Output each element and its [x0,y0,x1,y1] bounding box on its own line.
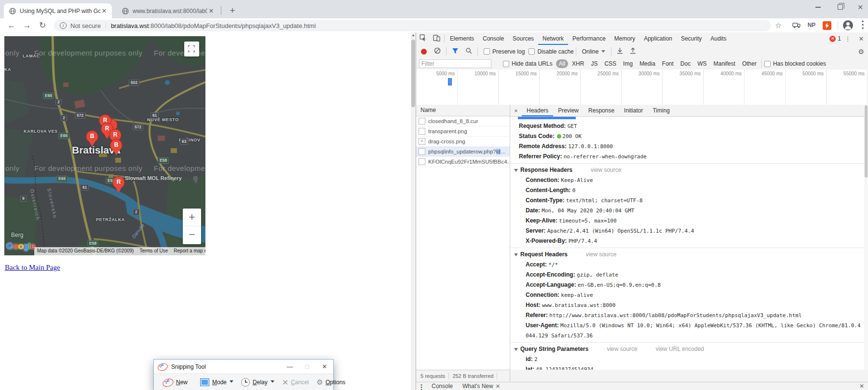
tab-close-icon[interactable]: ✕ [207,7,215,15]
back-button[interactable]: ← [6,20,17,31]
section-header[interactable]: Query String Parametersview sourceview U… [514,344,865,354]
scrollbar-thumb[interactable] [411,40,415,107]
preserve-log-checkbox[interactable] [484,48,490,55]
extension-np-icon[interactable]: NP [806,22,817,31]
request-row[interactable]: ×drag-cross.png [416,137,510,147]
blocked-cookies-checkbox[interactable] [764,61,771,67]
name-column-header[interactable]: Name [416,105,510,116]
filter-pill-ws[interactable]: WS [694,59,709,68]
browser-tab-2[interactable]: www.bratislava.wst:8000/lab08/p ✕ [117,3,219,18]
devtools-tab-audits[interactable]: Audits [706,33,731,45]
view-source-link[interactable]: view source [586,251,616,258]
settings-gear-icon[interactable]: ⚙ [858,48,864,56]
map-fullscreen-button[interactable] [184,42,199,56]
devtools-tab-network[interactable]: Network [538,33,568,45]
details-scrollbar-thumb[interactable] [865,105,868,178]
back-to-main-page-link[interactable]: Back to Main Page [5,264,60,272]
drawer-tab-close-icon[interactable]: ✕ [494,383,500,389]
section-header[interactable]: Request Headersview source [514,250,865,260]
device-toolbar-icon[interactable] [430,34,443,43]
close-icon[interactable]: ✕ [316,363,333,370]
details-tab-preview[interactable]: Preview [553,105,583,116]
drawer-close-icon[interactable]: ✕ [859,382,864,390]
filter-pill-media[interactable]: Media [637,59,658,68]
window-close-button[interactable]: ✕ [851,0,868,14]
details-tab-initiator[interactable]: Initiator [619,105,648,116]
snipping-tool-titlebar[interactable]: ✂ Snipping Tool — □ ✕ [154,360,333,374]
request-row[interactable]: phpsqlinfo_updaterow.php?id… [416,147,510,157]
details-tab-timing[interactable]: Timing [648,105,675,116]
devtools-tab-performance[interactable]: Performance [568,33,610,45]
devtools-menu-icon[interactable]: ⋮ [841,35,854,42]
delay-button[interactable]: Delay [237,376,278,389]
map-zoom-control[interactable]: + − [183,209,201,244]
filter-pill-font[interactable]: Font [659,59,677,68]
search-icon[interactable] [465,47,472,56]
tab-close-icon[interactable]: ✕ [100,7,108,15]
browser-menu-icon[interactable]: ••• [858,20,867,31]
zoom-out-button[interactable]: − [183,226,201,244]
details-tab-headers[interactable]: Headers [522,105,553,116]
disable-cache-checkbox[interactable] [529,48,535,55]
new-snip-button[interactable]: ✂ New [159,376,191,389]
details-close-icon[interactable]: × [510,107,522,114]
forward-button[interactable]: → [21,20,33,31]
record-button[interactable] [421,49,427,55]
clear-icon[interactable] [434,47,441,56]
filter-pill-xhr[interactable]: XHR [569,59,587,68]
browser-tab-1[interactable]: Using MySQL and PHP with Goog ✕ [4,3,112,18]
filter-input[interactable] [419,59,491,68]
minimize-icon[interactable]: — [281,363,298,370]
filter-pill-js[interactable]: JS [588,59,600,68]
section-header[interactable]: Response Headersview source [514,165,865,175]
inspect-element-icon[interactable] [416,34,430,43]
extension-orange-icon[interactable] [823,21,831,30]
request-row[interactable]: closedhand_8_8.cur [416,116,510,126]
details-tab-response[interactable]: Response [583,105,619,116]
options-button[interactable]: ⚙ Options [313,376,350,389]
drawer-menu-icon[interactable]: ••• [416,382,427,390]
filter-pill-img[interactable]: Img [620,59,636,68]
view-source-link[interactable]: view source [591,167,621,173]
mode-button[interactable]: Mode [196,376,237,389]
window-minimize-button[interactable] [808,0,827,14]
map-marker-B[interactable]: B [86,130,98,150]
devtools-close-icon[interactable]: ✕ [854,35,868,42]
map-marker-B[interactable]: B [110,139,122,159]
filter-pill-all[interactable]: All [556,59,568,68]
zoom-in-button[interactable]: + [183,209,201,226]
devtools-tab-elements[interactable]: Elements [446,33,478,45]
network-timeline-overview[interactable]: 5000 ms10000 ms15000 ms20000 ms25000 ms3… [416,70,868,105]
new-tab-button[interactable]: + [226,4,239,18]
devtools-tab-application[interactable]: Application [639,33,677,45]
export-har-icon[interactable] [630,47,636,56]
map-marker-R[interactable]: R [112,176,125,196]
terms-of-use-link[interactable]: Terms of Use [136,247,171,255]
info-icon[interactable]: i [60,22,67,29]
google-logo[interactable]: Google [6,241,35,251]
bookmark-star-icon[interactable]: ☆ [773,21,783,30]
throttling-select[interactable]: Online [582,48,606,55]
google-map[interactable]: only For development purposes only For d… [4,36,205,255]
request-row[interactable]: KFOlCnqEu92Fr1MmSU5fBBc4… [416,157,510,167]
snipping-tool-window[interactable]: ✂ Snipping Tool — □ ✕ ✂ New Mode Delay ✕ [153,359,334,390]
window-restore-button[interactable] [830,0,850,14]
profile-avatar[interactable] [843,20,853,30]
devtools-tab-memory[interactable]: Memory [610,33,639,45]
filter-pill-other[interactable]: Other [739,59,760,68]
devtools-tab-security[interactable]: Security [677,33,706,45]
import-har-icon[interactable] [617,47,623,56]
filter-icon[interactable] [452,47,459,56]
extension-truck-icon[interactable] [791,21,802,30]
drawer-tab-console[interactable]: Console [427,382,458,390]
view-source-link[interactable]: view source [607,346,637,352]
devtools-tab-sources[interactable]: Sources [508,33,538,45]
request-row[interactable]: transparent.png [416,126,510,137]
filter-pill-doc[interactable]: Doc [678,59,693,68]
scrollbar-up-arrow[interactable]: ▲ [411,32,416,38]
filter-pill-css[interactable]: CSS [601,59,619,68]
devtools-tab-console[interactable]: Console [478,33,508,45]
view-URL-encoded-link[interactable]: view URL encoded [656,346,704,352]
report-map-error-link[interactable]: Report a map error [171,247,205,255]
hide-data-urls-checkbox[interactable] [503,61,509,67]
